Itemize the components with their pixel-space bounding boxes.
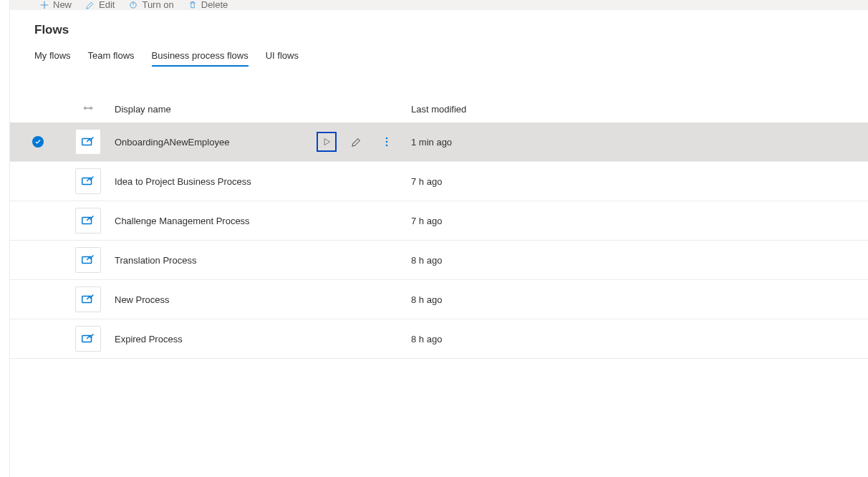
row-type-icon xyxy=(66,247,110,273)
flow-icon xyxy=(75,129,101,155)
check-circle-icon xyxy=(32,136,44,148)
row-name[interactable]: Challenge Management Process xyxy=(115,216,250,226)
row-name[interactable]: Idea to Project Business Process xyxy=(115,176,251,187)
table-row[interactable]: Translation Process 8 h ago xyxy=(10,241,868,280)
plus-icon xyxy=(40,1,49,9)
table-row[interactable]: New Process 8 h ago xyxy=(10,280,868,319)
row-modified: 8 h ago xyxy=(411,294,868,305)
svg-point-6 xyxy=(386,145,388,147)
table-row[interactable]: OnboardingANewEmployee 1 min ago xyxy=(10,122,868,162)
new-button[interactable]: New xyxy=(34,0,77,10)
table-row[interactable]: Expired Process 8 h ago xyxy=(10,319,868,359)
flow-icon xyxy=(75,208,101,233)
column-last-modified[interactable]: Last modified xyxy=(411,104,868,115)
svg-point-5 xyxy=(386,141,388,143)
row-modified: 7 h ago xyxy=(411,176,868,187)
table-row[interactable]: Challenge Management Process 7 h ago xyxy=(10,201,868,241)
process-icon xyxy=(83,103,93,115)
play-icon xyxy=(322,138,331,146)
row-modified: 7 h ago xyxy=(411,216,868,226)
flow-icon xyxy=(75,168,101,194)
row-modified: 8 h ago xyxy=(411,334,868,344)
run-button[interactable] xyxy=(317,132,337,152)
new-button-label: New xyxy=(53,0,72,10)
flow-icon xyxy=(75,286,101,312)
more-button[interactable] xyxy=(377,132,397,152)
row-type-icon xyxy=(66,208,110,233)
pencil-icon xyxy=(352,137,362,147)
tab-ui-flows[interactable]: UI flows xyxy=(266,50,299,67)
row-name[interactable]: Translation Process xyxy=(115,255,196,266)
flow-icon xyxy=(75,247,101,273)
row-actions xyxy=(317,132,411,152)
row-checkbox[interactable] xyxy=(10,136,66,148)
power-icon xyxy=(129,1,138,9)
tab-my-flows[interactable]: My flows xyxy=(34,50,71,67)
left-nav-strip xyxy=(0,0,10,477)
more-vertical-icon xyxy=(385,137,388,147)
delete-button-label: Delete xyxy=(201,0,228,10)
row-type-icon xyxy=(66,129,110,155)
edit-button[interactable]: Edit xyxy=(80,0,120,10)
svg-point-2 xyxy=(90,107,92,110)
svg-point-1 xyxy=(84,107,86,110)
row-modified: 8 h ago xyxy=(411,255,868,266)
flows-table: Display name Last modified OnboardingANe… xyxy=(10,96,868,359)
row-type-icon xyxy=(66,168,110,194)
tabs: My flows Team flows Business process flo… xyxy=(34,50,868,67)
page-content: Flows My flows Team flows Business proce… xyxy=(10,10,868,477)
row-name[interactable]: Expired Process xyxy=(115,334,183,344)
tab-team-flows[interactable]: Team flows xyxy=(88,50,135,67)
row-modified: 1 min ago xyxy=(411,137,868,148)
command-bar: New Edit Turn on Delete xyxy=(10,0,868,10)
delete-button[interactable]: Delete xyxy=(183,0,234,10)
column-type-icon xyxy=(66,103,110,115)
trash-icon xyxy=(188,1,197,9)
edit-button-label: Edit xyxy=(99,0,115,10)
table-header: Display name Last modified xyxy=(10,96,868,122)
row-type-icon xyxy=(66,286,110,312)
row-type-icon xyxy=(66,326,110,352)
pencil-icon xyxy=(86,1,95,9)
table-row[interactable]: Idea to Project Business Process 7 h ago xyxy=(10,162,868,201)
turn-on-button[interactable]: Turn on xyxy=(123,0,179,10)
column-display-name[interactable]: Display name xyxy=(110,104,411,115)
tab-business-process-flows[interactable]: Business process flows xyxy=(152,50,249,67)
row-name[interactable]: New Process xyxy=(115,294,170,305)
flow-icon xyxy=(75,326,101,352)
row-name[interactable]: OnboardingANewEmployee xyxy=(115,137,317,148)
page-title: Flows xyxy=(34,23,868,37)
edit-row-button[interactable] xyxy=(347,132,367,152)
svg-point-4 xyxy=(386,138,388,140)
turn-on-button-label: Turn on xyxy=(142,0,173,10)
